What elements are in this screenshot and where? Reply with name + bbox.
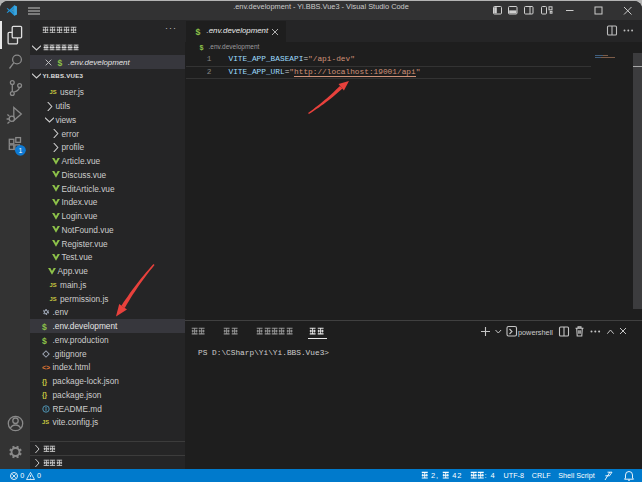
svg-text:1: 1 (18, 147, 22, 154)
